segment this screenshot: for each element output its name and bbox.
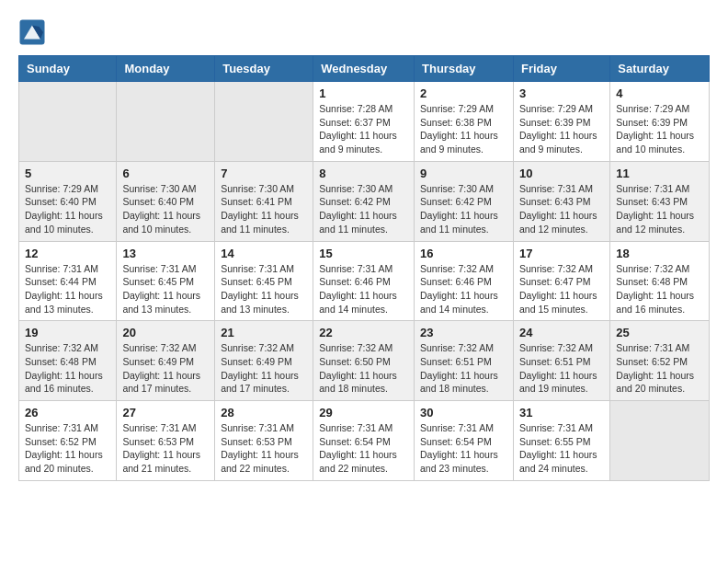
day-number: 19 — [25, 326, 110, 339]
calendar-cell: 13Sunrise: 7:31 AM Sunset: 6:45 PM Dayli… — [117, 241, 215, 321]
weekday-header-sunday: Sunday — [19, 56, 117, 82]
calendar-cell: 19Sunrise: 7:32 AM Sunset: 6:48 PM Dayli… — [19, 321, 117, 401]
calendar-cell: 3Sunrise: 7:29 AM Sunset: 6:39 PM Daylig… — [513, 82, 609, 162]
calendar-week-1: 1Sunrise: 7:28 AM Sunset: 6:37 PM Daylig… — [19, 82, 710, 162]
calendar-cell: 10Sunrise: 7:31 AM Sunset: 6:43 PM Dayli… — [513, 161, 609, 241]
day-number: 31 — [519, 406, 604, 419]
day-info: Sunrise: 7:31 AM Sunset: 6:53 PM Dayligh… — [221, 421, 307, 476]
calendar-cell: 6Sunrise: 7:30 AM Sunset: 6:40 PM Daylig… — [117, 161, 215, 241]
logo — [18, 18, 48, 46]
calendar-cell: 31Sunrise: 7:31 AM Sunset: 6:55 PM Dayli… — [513, 401, 609, 481]
day-number: 7 — [221, 167, 307, 180]
page-header — [18, 18, 710, 46]
day-info: Sunrise: 7:32 AM Sunset: 6:46 PM Dayligh… — [420, 262, 507, 316]
day-info: Sunrise: 7:31 AM Sunset: 6:45 PM Dayligh… — [122, 262, 209, 316]
day-number: 2 — [420, 86, 507, 100]
day-info: Sunrise: 7:32 AM Sunset: 6:50 PM Dayligh… — [319, 341, 408, 396]
calendar-cell: 29Sunrise: 7:31 AM Sunset: 6:54 PM Dayli… — [313, 401, 415, 481]
calendar-week-2: 5Sunrise: 7:29 AM Sunset: 6:40 PM Daylig… — [19, 161, 710, 241]
calendar-cell: 1Sunrise: 7:28 AM Sunset: 6:37 PM Daylig… — [313, 82, 415, 162]
calendar-header-row: SundayMondayTuesdayWednesdayThursdayFrid… — [19, 56, 710, 82]
calendar-cell: 23Sunrise: 7:32 AM Sunset: 6:51 PM Dayli… — [415, 321, 514, 401]
calendar-week-4: 19Sunrise: 7:32 AM Sunset: 6:48 PM Dayli… — [19, 321, 710, 401]
day-number: 17 — [519, 247, 604, 260]
day-info: Sunrise: 7:31 AM Sunset: 6:46 PM Dayligh… — [319, 262, 408, 316]
calendar-cell: 21Sunrise: 7:32 AM Sunset: 6:49 PM Dayli… — [215, 321, 313, 401]
calendar-cell: 24Sunrise: 7:32 AM Sunset: 6:51 PM Dayli… — [513, 321, 609, 401]
day-info: Sunrise: 7:28 AM Sunset: 6:37 PM Dayligh… — [319, 102, 408, 156]
logo-icon — [18, 18, 46, 46]
calendar-cell: 26Sunrise: 7:31 AM Sunset: 6:52 PM Dayli… — [19, 401, 117, 481]
day-number: 14 — [221, 247, 307, 260]
day-number: 3 — [519, 86, 604, 100]
day-info: Sunrise: 7:32 AM Sunset: 6:51 PM Dayligh… — [519, 341, 604, 396]
calendar-cell — [610, 401, 710, 481]
day-info: Sunrise: 7:31 AM Sunset: 6:54 PM Dayligh… — [319, 421, 408, 476]
calendar-cell: 30Sunrise: 7:31 AM Sunset: 6:54 PM Dayli… — [415, 401, 514, 481]
day-info: Sunrise: 7:31 AM Sunset: 6:52 PM Dayligh… — [25, 421, 110, 476]
day-info: Sunrise: 7:29 AM Sunset: 6:39 PM Dayligh… — [616, 102, 703, 156]
day-number: 20 — [122, 326, 209, 339]
day-number: 6 — [122, 167, 209, 180]
day-number: 24 — [519, 326, 604, 339]
day-info: Sunrise: 7:32 AM Sunset: 6:47 PM Dayligh… — [519, 262, 604, 316]
day-info: Sunrise: 7:29 AM Sunset: 6:39 PM Dayligh… — [519, 102, 604, 156]
day-number: 1 — [319, 86, 408, 100]
day-number: 11 — [616, 167, 703, 180]
day-number: 25 — [616, 326, 703, 339]
day-number: 29 — [319, 406, 408, 419]
day-number: 22 — [319, 326, 408, 339]
calendar-cell: 22Sunrise: 7:32 AM Sunset: 6:50 PM Dayli… — [313, 321, 415, 401]
day-info: Sunrise: 7:31 AM Sunset: 6:55 PM Dayligh… — [519, 421, 604, 476]
calendar-week-3: 12Sunrise: 7:31 AM Sunset: 6:44 PM Dayli… — [19, 241, 710, 321]
weekday-header-wednesday: Wednesday — [313, 56, 415, 82]
day-number: 21 — [221, 326, 307, 339]
day-number: 12 — [25, 247, 110, 260]
calendar-cell: 18Sunrise: 7:32 AM Sunset: 6:48 PM Dayli… — [610, 241, 710, 321]
calendar-cell: 17Sunrise: 7:32 AM Sunset: 6:47 PM Dayli… — [513, 241, 609, 321]
calendar-cell: 14Sunrise: 7:31 AM Sunset: 6:45 PM Dayli… — [215, 241, 313, 321]
calendar-cell: 12Sunrise: 7:31 AM Sunset: 6:44 PM Dayli… — [19, 241, 117, 321]
calendar-cell — [117, 82, 215, 162]
weekday-header-friday: Friday — [513, 56, 609, 82]
calendar: SundayMondayTuesdayWednesdayThursdayFrid… — [18, 55, 710, 481]
weekday-header-saturday: Saturday — [610, 56, 710, 82]
day-number: 15 — [319, 247, 408, 260]
day-info: Sunrise: 7:31 AM Sunset: 6:43 PM Dayligh… — [519, 182, 604, 236]
day-number: 26 — [25, 406, 110, 419]
weekday-header-thursday: Thursday — [415, 56, 514, 82]
calendar-cell: 20Sunrise: 7:32 AM Sunset: 6:49 PM Dayli… — [117, 321, 215, 401]
day-info: Sunrise: 7:30 AM Sunset: 6:42 PM Dayligh… — [420, 182, 507, 236]
day-number: 4 — [616, 86, 703, 100]
day-info: Sunrise: 7:32 AM Sunset: 6:48 PM Dayligh… — [25, 341, 110, 396]
day-number: 16 — [420, 247, 507, 260]
calendar-cell: 9Sunrise: 7:30 AM Sunset: 6:42 PM Daylig… — [415, 161, 514, 241]
day-info: Sunrise: 7:30 AM Sunset: 6:41 PM Dayligh… — [221, 182, 307, 236]
weekday-header-monday: Monday — [117, 56, 215, 82]
day-number: 23 — [420, 326, 507, 339]
calendar-cell — [19, 82, 117, 162]
day-info: Sunrise: 7:31 AM Sunset: 6:54 PM Dayligh… — [420, 421, 507, 476]
day-number: 27 — [122, 406, 209, 419]
calendar-cell: 16Sunrise: 7:32 AM Sunset: 6:46 PM Dayli… — [415, 241, 514, 321]
calendar-cell: 8Sunrise: 7:30 AM Sunset: 6:42 PM Daylig… — [313, 161, 415, 241]
day-number: 10 — [519, 167, 604, 180]
calendar-cell: 7Sunrise: 7:30 AM Sunset: 6:41 PM Daylig… — [215, 161, 313, 241]
calendar-cell — [215, 82, 313, 162]
weekday-header-tuesday: Tuesday — [215, 56, 313, 82]
day-info: Sunrise: 7:30 AM Sunset: 6:40 PM Dayligh… — [122, 182, 209, 236]
calendar-cell: 15Sunrise: 7:31 AM Sunset: 6:46 PM Dayli… — [313, 241, 415, 321]
calendar-cell: 5Sunrise: 7:29 AM Sunset: 6:40 PM Daylig… — [19, 161, 117, 241]
day-info: Sunrise: 7:32 AM Sunset: 6:49 PM Dayligh… — [122, 341, 209, 396]
day-info: Sunrise: 7:31 AM Sunset: 6:52 PM Dayligh… — [616, 341, 703, 396]
day-info: Sunrise: 7:31 AM Sunset: 6:44 PM Dayligh… — [25, 262, 110, 316]
day-info: Sunrise: 7:29 AM Sunset: 6:38 PM Dayligh… — [420, 102, 507, 156]
day-number: 18 — [616, 247, 703, 260]
day-info: Sunrise: 7:31 AM Sunset: 6:53 PM Dayligh… — [122, 421, 209, 476]
calendar-cell: 27Sunrise: 7:31 AM Sunset: 6:53 PM Dayli… — [117, 401, 215, 481]
calendar-cell: 25Sunrise: 7:31 AM Sunset: 6:52 PM Dayli… — [610, 321, 710, 401]
day-number: 8 — [319, 167, 408, 180]
day-info: Sunrise: 7:31 AM Sunset: 6:43 PM Dayligh… — [616, 182, 703, 236]
day-info: Sunrise: 7:32 AM Sunset: 6:48 PM Dayligh… — [616, 262, 703, 316]
day-info: Sunrise: 7:29 AM Sunset: 6:40 PM Dayligh… — [25, 182, 110, 236]
